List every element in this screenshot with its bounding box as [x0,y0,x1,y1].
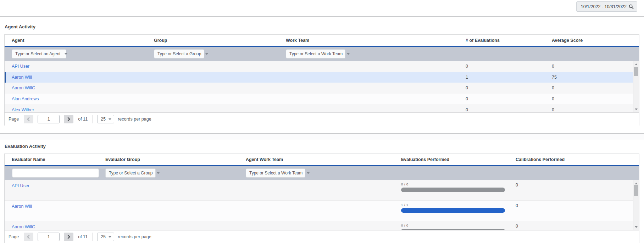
records-per-page-label: records per page [118,234,151,239]
table-row[interactable]: Aaron WillC 0 / 0 0 [5,221,639,230]
column-header-agent: Agent [12,35,24,46]
triangle-down-icon [635,108,638,110]
triangle-up-icon [635,63,638,65]
total-pages-label: of 11 [78,234,88,239]
column-header-num-evaluations: # of Evaluations [466,35,500,46]
average-score-value: 0 [552,94,554,105]
records-per-page-label: records per page [118,117,151,122]
page-size-dropdown[interactable]: 25 [97,115,114,123]
agent-link[interactable]: Aaron WillC [12,85,35,90]
evaluation-activity-title: Evaluation Activity [5,144,46,149]
average-score-value: 75 [552,72,557,83]
column-header-average-score: Average Score [552,35,583,46]
agent-link[interactable]: Alan Andrews [12,96,39,101]
column-header-evaluator-name: Evaluator Name [12,154,45,165]
chevron-right-icon [66,117,70,121]
evaluations-progress: 0 / 0 [401,182,505,192]
separator [93,115,93,123]
average-score-value: 0 [552,61,554,72]
next-page-button[interactable] [64,115,73,123]
agent-activity-table: Agent Group Work Team # of Evaluations A… [4,34,639,126]
work-team-filter-placeholder: Type or Select a Work Team [289,51,343,56]
scrollbar-thumb[interactable] [634,67,638,76]
page-number-input[interactable] [38,233,60,241]
search-icon [629,4,634,9]
evaluation-activity-header-row: Evaluator Name Evaluator Group Agent Wor… [5,154,639,166]
vertical-scrollbar[interactable] [633,61,639,112]
triangle-down-icon [635,226,638,228]
chevron-down-icon [157,172,160,174]
table-row[interactable]: API User 0 / 0 0 [5,180,639,201]
column-header-evaluator-group: Evaluator Group [105,154,140,165]
panel-divider [0,133,644,139]
previous-page-button[interactable] [24,115,33,123]
total-pages-label: of 11 [78,117,88,122]
table-row[interactable]: Aaron Will 1 / 1 0 [5,201,639,221]
agent-filter-dropdown[interactable]: Type or Select an Agent [12,49,66,59]
average-score-value: 0 [552,83,554,94]
scrollbar-thumb[interactable] [634,185,638,196]
average-score-value: 0 [552,104,554,112]
selected-row-indicator [5,72,6,83]
next-page-button[interactable] [64,233,73,241]
evaluator-link[interactable]: Aaron Will [12,204,32,209]
group-filter-dropdown[interactable]: Type or Select a Group [154,49,204,59]
chevron-left-icon [27,235,31,239]
chevron-down-icon [109,118,111,120]
table-row[interactable]: API User 0 0 [5,61,639,72]
chevron-down-icon [307,172,310,174]
chevron-down-icon [109,236,111,238]
page-label: Page [9,117,19,122]
table-row-selected[interactable]: Aaron Will 1 75 [5,72,639,83]
date-range-filter-button[interactable]: 10/1/2022 - 10/31/2022 [576,1,637,12]
evaluations-value: 1 [466,72,468,83]
evaluator-link[interactable]: Aaron WillC [12,224,35,229]
evaluations-value: 0 [466,104,468,112]
chevron-down-icon [205,53,208,55]
scroll-down-button[interactable] [633,107,639,112]
scroll-up-button[interactable] [633,62,639,67]
calibrations-value: 0 [516,183,518,188]
agent-filter-placeholder: Type or Select an Agent [15,51,60,56]
evaluator-group-filter-dropdown[interactable]: Type or Select a Group [105,168,156,178]
evaluations-value: 0 [466,83,468,94]
calibrations-value: 0 [516,203,518,208]
progress-label: 0 / 0 [401,182,505,186]
top-bar: 10/1/2022 - 10/31/2022 [0,0,644,17]
page-size-value: 25 [101,117,106,122]
separator [93,233,93,241]
page-label: Page [9,234,19,239]
vertical-scrollbar[interactable] [633,180,639,230]
agent-link[interactable]: Alex Wilber [12,107,34,112]
agent-work-team-filter-dropdown[interactable]: Type or Select a Work Team [246,168,305,178]
table-row[interactable]: Alan Andrews 0 0 [5,94,639,105]
agent-activity-rows: API User 0 0 Aaron Will 1 75 Aaron WillC… [5,61,639,112]
agent-link[interactable]: Aaron Will [12,75,32,80]
work-team-filter-dropdown[interactable]: Type or Select a Work Team [286,49,345,59]
page-size-dropdown[interactable]: 25 [97,233,114,241]
progress-bar [401,188,505,192]
evaluations-progress: 1 / 1 [401,203,505,213]
progress-label: 0 / 0 [401,223,505,227]
agent-activity-filter-row: Type or Select an Agent Type or Select a… [5,47,639,61]
column-header-work-team: Work Team [286,35,309,46]
group-filter-placeholder: Type or Select a Group [157,51,201,56]
table-row[interactable]: Aaron WillC 0 0 [5,83,639,94]
chevron-right-icon [66,235,70,239]
chevron-down-icon [65,53,67,55]
evaluator-link[interactable]: API User [12,183,29,188]
table-row[interactable]: Alex Wilber 0 0 [5,104,639,112]
page-size-value: 25 [101,234,106,239]
agent-activity-title: Agent Activity [5,24,35,29]
page-number-input[interactable] [38,115,60,123]
previous-page-button[interactable] [24,233,33,241]
evaluator-name-filter-input[interactable] [12,168,99,178]
agent-activity-header-row: Agent Group Work Team # of Evaluations A… [5,35,639,47]
evaluation-activity-pagination: Page of 11 25 records per page [5,230,639,243]
calibrations-value: 0 [516,224,518,229]
scroll-down-button[interactable] [633,224,639,229]
evaluations-value: 0 [466,94,468,105]
evaluations-value: 0 [466,61,468,72]
progress-label: 1 / 1 [401,203,505,207]
agent-link[interactable]: API User [12,64,29,69]
